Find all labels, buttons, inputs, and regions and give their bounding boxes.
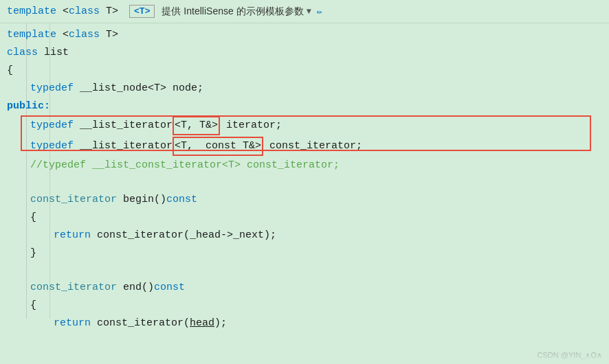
highlight-span-1: <T, T&> (173, 116, 220, 135)
code-body: template < class T> class list { typedef… (0, 23, 609, 335)
code-line: { (0, 297, 609, 315)
code-line-empty (0, 262, 609, 279)
code-editor: template <class T> <T> 提供 IntelliSense 的… (0, 0, 609, 364)
code-line-comment: //typedef __list_const_iterator<T> const… (0, 157, 609, 174)
code-line: const_iterator begin() const (0, 191, 609, 209)
code-line: typedef __list_iterator <T, T&> iterator… (0, 115, 609, 136)
highlight-span-2: <T, const T&> (173, 137, 263, 156)
head-underline: head (190, 315, 214, 332)
code-line-empty (0, 174, 609, 191)
code-line: { (0, 209, 609, 227)
code-line-public: public: (0, 98, 609, 115)
fade-overlay (0, 343, 609, 364)
code-line: typedef __list_node<T> node; (0, 80, 609, 98)
badge-label: <T> (129, 5, 155, 18)
code-line: { (0, 62, 609, 80)
dropdown-arrow-icon[interactable]: ▼ (307, 7, 311, 16)
template-keyword: template (7, 5, 56, 17)
code-line: } (0, 244, 609, 262)
code-line-bottom: return const_iterator( head ); (0, 315, 609, 332)
code-line: return const_iterator(_head->_next); (0, 227, 609, 244)
code-line: template < class T> (0, 26, 609, 44)
highlight-region: typedef __list_iterator <T, T&> iterator… (0, 115, 609, 157)
edit-icon[interactable]: ✏ (317, 5, 322, 17)
code-line: typedef __list_iterator <T, const T&> co… (0, 136, 609, 157)
intellisense-label: 提供 IntelliSense 的示例模板参数 (162, 5, 303, 18)
keyword-template: template (7, 27, 56, 43)
code-line: const_iterator end() const (0, 279, 609, 297)
code-line: class list (0, 44, 609, 62)
top-bar: template <class T> <T> 提供 IntelliSense 的… (0, 0, 609, 23)
watermark: CSDN @YIN_∧O∧ (538, 351, 602, 360)
template-param: <class T> (56, 5, 118, 17)
